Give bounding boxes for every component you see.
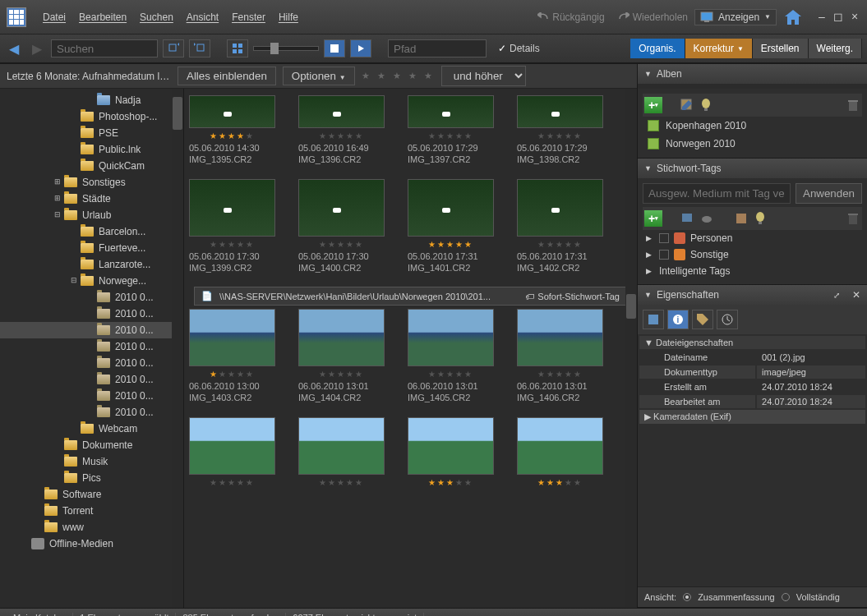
trash-icon[interactable] <box>847 212 860 225</box>
expand-icon[interactable]: ⤢ <box>833 291 840 300</box>
trash-icon[interactable] <box>847 99 860 112</box>
tree-item[interactable]: QuickCam <box>0 158 183 174</box>
thumbnail-rating[interactable]: ★★★★★ <box>517 478 603 487</box>
tree-item[interactable]: 2010 0... <box>0 289 183 306</box>
thumbnail-rating[interactable]: ★★★★★ <box>298 478 385 487</box>
tree-item[interactable]: ⊟Urlaub <box>0 207 183 223</box>
apply-tag-button[interactable]: Anwenden <box>796 183 862 204</box>
thumbnail-image[interactable] <box>517 309 603 366</box>
thumbnail[interactable]: ★★★★★ 06.06.2010 13:01IMG_1404.CR2 <box>298 309 385 404</box>
tag-category-intelligent[interactable]: ▶Intelligente Tags <box>643 263 862 279</box>
thumbnail-image[interactable] <box>298 417 385 475</box>
view-summary-radio[interactable] <box>683 593 691 601</box>
tag-category-personen[interactable]: ▶Personen <box>643 230 862 246</box>
thumbnail-image[interactable] <box>298 309 385 366</box>
tree-item[interactable]: Barcelon... <box>0 223 183 240</box>
tree-expander[interactable]: ⊟ <box>69 276 79 286</box>
tree-expander[interactable]: ⊞ <box>53 177 62 187</box>
grid-small-button[interactable] <box>227 39 248 57</box>
tab-organise[interactable]: Organis. <box>630 39 685 58</box>
content-scrollbar[interactable] <box>625 89 637 608</box>
tree-item[interactable]: Webcam <box>0 421 183 437</box>
tag-people-icon[interactable] <box>735 212 748 225</box>
thumbnail-image[interactable] <box>189 95 275 128</box>
props-section-exif[interactable]: ▶ Kameradaten (Exif) <box>639 410 865 424</box>
menu-bearbeiten[interactable]: Bearbeiten <box>72 8 133 26</box>
thumbnail-rating[interactable]: ★★★★★ <box>189 131 275 140</box>
tree-item[interactable]: 2010 0... <box>0 404 183 421</box>
maximize-button[interactable]: ◻ <box>832 11 844 23</box>
thumbnail[interactable]: ★★★★★ <box>189 417 275 487</box>
rating-filter-dropdown[interactable]: und höher <box>441 66 526 86</box>
thumbnail[interactable]: ★★★★★ <box>517 417 603 487</box>
thumbnail[interactable]: ★★★★★ 05.06.2010 17:31IMG_1402.CR2 <box>517 179 603 274</box>
thumbnail[interactable]: ★★★★★ 05.06.2010 16:49IMG_1396.CR2 <box>298 95 385 166</box>
thumbnail-image[interactable] <box>298 95 385 128</box>
thumbnail-rating[interactable]: ★★★★★ <box>298 131 385 140</box>
tag-icon-1[interactable] <box>680 212 694 225</box>
hint-icon[interactable] <box>754 212 768 225</box>
thumbnail-rating[interactable]: ★★★★★ <box>517 370 603 379</box>
tree-item[interactable]: ⊞Städte <box>0 191 183 207</box>
tree-item[interactable]: Photoshop-... <box>0 108 183 125</box>
tree-item[interactable]: Public.lnk <box>0 141 183 158</box>
props-section-file[interactable]: ▼ Dateieigenschaften <box>639 336 865 349</box>
tree-item[interactable]: 2010 0... <box>0 338 183 355</box>
thumbnail[interactable]: ★★★★★ 05.06.2010 17:29IMG_1397.CR2 <box>408 95 494 166</box>
thumbnail-rating[interactable]: ★★★★★ <box>408 370 494 379</box>
tree-item[interactable]: 2010 0... <box>0 306 183 322</box>
filter-rating[interactable]: ★ ★ ★ ★ ★ <box>362 71 435 81</box>
add-tag-button[interactable]: +▾ <box>644 210 662 227</box>
thumbnail-rating[interactable]: ★★★★★ <box>298 240 385 249</box>
thumbnail[interactable]: ★★★★★ 06.06.2010 13:01IMG_1405.CR2 <box>408 309 494 404</box>
slideshow-button[interactable] <box>350 39 371 57</box>
thumbnail[interactable]: ★★★★★ 05.06.2010 14:30IMG_1395.CR2 <box>189 95 275 166</box>
thumbnail-image[interactable] <box>298 179 385 237</box>
tree-expander[interactable]: ⊟ <box>53 210 62 220</box>
tag-input[interactable] <box>643 183 791 204</box>
rotate-left-button[interactable] <box>163 39 184 57</box>
thumbnail-image[interactable] <box>408 309 494 366</box>
thumbnail-image[interactable] <box>408 179 494 237</box>
tree-item[interactable]: 2010 0... <box>0 371 183 388</box>
edit-album-icon[interactable] <box>680 99 694 112</box>
properties-panel-header[interactable]: ▼Eigenschaften⤢ ✕ <box>638 285 867 305</box>
thumbnail-image[interactable] <box>408 417 494 475</box>
tree-item[interactable]: Musik <box>0 453 183 470</box>
thumbnail[interactable]: ★★★★★ 05.06.2010 17:30IMG_1400.CR2 <box>298 179 385 274</box>
show-all-button[interactable]: Alles einblenden <box>178 67 276 85</box>
close-button[interactable]: × <box>849 11 860 23</box>
home-icon[interactable] <box>785 9 801 25</box>
zoom-slider[interactable] <box>253 46 319 51</box>
thumbnail-rating[interactable]: ★★★★★ <box>408 131 494 140</box>
rotate-right-button[interactable] <box>189 39 210 57</box>
thumbnail-image[interactable] <box>408 95 494 128</box>
thumbnail[interactable]: ★★★★★ 05.06.2010 17:29IMG_1398.CR2 <box>517 95 603 166</box>
tree-item[interactable]: 2010 0... <box>0 322 183 338</box>
details-checkbox[interactable]: ✓Details <box>498 43 540 54</box>
thumbnail-rating[interactable]: ★★★★★ <box>189 370 275 379</box>
tree-item[interactable]: Pics <box>0 470 183 486</box>
props-tab-tags[interactable] <box>692 310 713 329</box>
thumbnail[interactable]: ★★★★★ <box>298 417 385 487</box>
app-icon[interactable] <box>7 7 26 27</box>
tree-item[interactable]: www <box>0 519 183 536</box>
add-album-button[interactable]: +▾ <box>644 97 662 113</box>
thumbnail-rating[interactable]: ★★★★★ <box>517 240 603 249</box>
tree-item[interactable]: 2010 0... <box>0 355 183 371</box>
back-button[interactable]: ◀ <box>5 39 23 57</box>
tree-item[interactable]: ⊟Norwege... <box>0 273 183 289</box>
tree-item[interactable]: 2010 0... <box>0 388 183 404</box>
tree-item[interactable]: Nadja <box>0 92 183 108</box>
thumbnail[interactable]: ★★★★★ 05.06.2010 17:30IMG_1399.CR2 <box>189 179 275 274</box>
album-item[interactable]: Kopenhagen 2010 <box>643 117 862 135</box>
tree-item[interactable]: Offline-Medien <box>0 536 183 552</box>
view-full-radio[interactable] <box>782 593 790 601</box>
tree-scrollbar[interactable] <box>172 89 183 608</box>
display-dropdown[interactable]: Anzeigen▼ <box>694 9 777 25</box>
tag-cloud-icon[interactable] <box>700 212 713 225</box>
close-panel-icon[interactable]: ✕ <box>852 289 860 301</box>
props-tab-general[interactable] <box>643 310 664 329</box>
thumbnail-rating[interactable]: ★★★★★ <box>408 478 494 487</box>
redo-button[interactable]: Wiederholen <box>611 8 694 26</box>
